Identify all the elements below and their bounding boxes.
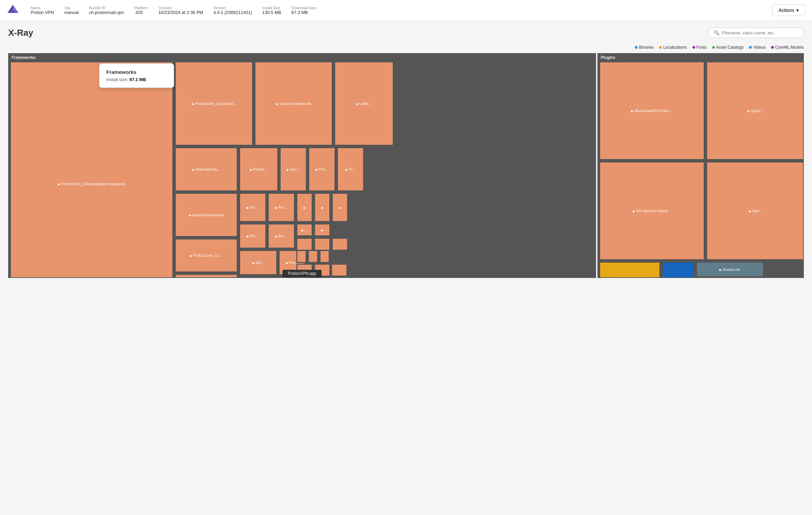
cell-proton1[interactable]: Proton... bbox=[239, 147, 278, 191]
header-downloadsize-value: 67.3 MB bbox=[292, 10, 316, 15]
cell-openssl[interactable]: openssl.framework bbox=[175, 193, 238, 237]
cell-m1-label: M... bbox=[672, 275, 684, 278]
cell-small4[interactable]: ... bbox=[296, 223, 313, 236]
app-logo bbox=[7, 3, 20, 17]
cell-assets-car-1-label: Assets.car bbox=[718, 266, 741, 274]
cell-quick[interactable]: Quick... bbox=[706, 61, 804, 160]
cell-sentry[interactable]: Sen... bbox=[280, 147, 307, 191]
cell-openssl-label: openssl.framework bbox=[188, 211, 225, 219]
cell-lottie-label: Lottie... bbox=[355, 100, 373, 108]
localizations-label: Localizations bbox=[663, 45, 687, 50]
cell-small3-label bbox=[338, 204, 343, 212]
header-bundleid-label: Bundle ID bbox=[89, 6, 124, 10]
cell-ope[interactable]: Ope... bbox=[706, 161, 804, 260]
cell-sd-label: SD... bbox=[251, 259, 265, 267]
cell-small2[interactable] bbox=[314, 193, 330, 222]
cell-small9[interactable] bbox=[296, 250, 307, 263]
cell-pro7[interactable]: Pro... bbox=[239, 277, 266, 278]
cell-sd[interactable]: SD... bbox=[239, 250, 277, 275]
cell-small1[interactable] bbox=[296, 193, 313, 222]
header-name-field: Name Proton VPN bbox=[31, 6, 54, 15]
localizations-dot bbox=[659, 46, 662, 49]
header-platform-value: iOS bbox=[134, 10, 148, 15]
cell-small10[interactable] bbox=[308, 250, 318, 263]
header-created-label: Created bbox=[158, 6, 203, 10]
cell-siri[interactable]: Siri Shortcut Handl... bbox=[599, 161, 705, 260]
cell-alamofire[interactable]: Alamofire.fra... bbox=[175, 147, 238, 191]
coreml-label: CoreML Models bbox=[775, 45, 804, 50]
header-tag-field: Tag manual bbox=[64, 6, 79, 15]
cell-onboarding-label: Onboarding_Onbo... bbox=[611, 275, 648, 278]
header-platform-label: Platform bbox=[134, 6, 148, 10]
cell-m1[interactable]: M... bbox=[662, 262, 694, 278]
header-created-value: 10/23/2024 at 2:36 PM bbox=[158, 10, 203, 15]
cell-vpncore[interactable]: vpncore.framework bbox=[254, 61, 333, 146]
header-version-value: 4.4.1 (2308211451) bbox=[213, 10, 252, 15]
cell-wireguard[interactable]: WireGuardiOS Exten... bbox=[599, 61, 705, 160]
page-content: X-Ray 🔍 Binaries Localizations Fonts Ass… bbox=[0, 21, 812, 281]
cell-pro2-label: Pro... bbox=[245, 204, 260, 212]
header-version-field: Version 4.4.1 (2308211451) bbox=[213, 6, 252, 15]
cell-sentry-label: Sen... bbox=[285, 166, 301, 173]
header-installsize-value: 130.5 MB bbox=[262, 10, 281, 15]
legend: Binaries Localizations Fonts Asset Catal… bbox=[8, 45, 804, 50]
cell-small6[interactable] bbox=[296, 238, 313, 251]
cell-quick-label: Quick... bbox=[746, 107, 765, 115]
legend-coreml[interactable]: CoreML Models bbox=[771, 45, 804, 50]
header-bundleid-value: ch.protonmail.vpn bbox=[89, 10, 124, 15]
cell-pro5-label: Pro... bbox=[274, 232, 289, 240]
cell-onboarding[interactable]: Onboarding_Onbo... bbox=[599, 262, 660, 278]
cell-pro1[interactable]: Pro... bbox=[308, 147, 335, 191]
cell-small7[interactable] bbox=[314, 238, 330, 251]
cell-tunnelkit[interactable]: TunnelKit.fra... bbox=[175, 274, 238, 278]
cell-pr1[interactable]: Pr... bbox=[337, 147, 364, 191]
cell-small12[interactable] bbox=[331, 264, 347, 277]
search-input[interactable] bbox=[722, 30, 799, 35]
search-row: 🔍 bbox=[708, 28, 804, 38]
cell-lottie[interactable]: Lottie... bbox=[334, 61, 394, 146]
cell-pro2[interactable]: Pro... bbox=[239, 193, 266, 222]
fonts-dot bbox=[692, 46, 695, 49]
header-downloadsize-field: Download Size 67.3 MB bbox=[292, 6, 316, 15]
header-created-field: Created 10/23/2024 at 2:36 PM bbox=[158, 6, 203, 15]
cell-small11[interactable] bbox=[319, 250, 330, 263]
header-tag-value: manual bbox=[64, 10, 79, 15]
cell-protoncoreco-label: ProtonCore_Co... bbox=[189, 252, 224, 260]
cell-pro4[interactable]: Pro... bbox=[239, 223, 266, 249]
search-box: 🔍 bbox=[708, 28, 804, 38]
legend-localizations[interactable]: Localizations bbox=[659, 45, 687, 50]
header-platform-field: Platform iOS bbox=[134, 6, 148, 15]
cell-small4-label: ... bbox=[300, 226, 309, 234]
legend-asset-catalogs[interactable]: Asset Catalogs bbox=[712, 45, 744, 50]
cell-cryptogol[interactable]: ProtonCore_CryptoGol... bbox=[175, 61, 253, 146]
cell-uifoundations[interactable]: ProtonCore_UIFoundations.framework bbox=[10, 61, 173, 278]
cell-proton1-label: Proton... bbox=[249, 166, 269, 173]
legend-fonts[interactable]: Fonts bbox=[692, 45, 707, 50]
legend-videos[interactable]: Videos bbox=[749, 45, 765, 50]
frameworks-tooltip: Frameworks Install size: 97.1 MB bbox=[99, 63, 174, 88]
app-header: Name Proton VPN Tag manual Bundle ID ch.… bbox=[0, 0, 812, 21]
cell-pr1-label: Pr... bbox=[344, 166, 357, 173]
coreml-dot bbox=[771, 46, 774, 49]
cell-small8[interactable] bbox=[332, 238, 348, 251]
cell-pro3[interactable]: Pro... bbox=[268, 193, 295, 222]
tooltip-title: Frameworks bbox=[106, 69, 167, 75]
actions-button[interactable]: Actions ▾ bbox=[772, 4, 805, 16]
cell-pro1-label: Pro... bbox=[314, 166, 329, 173]
legend-binaries[interactable]: Binaries bbox=[635, 45, 654, 50]
cell-protoncoreco[interactable]: ProtonCore_Co... bbox=[175, 238, 238, 272]
cell-siri-label: Siri Shortcut Handl... bbox=[631, 207, 672, 215]
binaries-dot bbox=[635, 46, 638, 49]
asset-catalogs-label: Asset Catalogs bbox=[716, 45, 744, 50]
header-tag-label: Tag bbox=[64, 6, 79, 10]
header-installsize-field: Install Size 130.5 MB bbox=[262, 6, 281, 15]
chevron-down-icon: ▾ bbox=[796, 7, 799, 13]
cell-assets-car-1[interactable]: Assets.car bbox=[696, 262, 764, 277]
asset-catalogs-dot bbox=[712, 46, 715, 49]
cell-pro5[interactable]: Pro... bbox=[268, 223, 295, 249]
cell-small5[interactable] bbox=[314, 223, 330, 236]
cell-small3[interactable] bbox=[332, 193, 348, 222]
tooltip-install-size: Install size: 97.1 MB bbox=[106, 77, 167, 82]
treemap-container: Frameworks Frameworks Install size: 97.1… bbox=[8, 53, 804, 278]
cell-alamofire-label: Alamofire.fra... bbox=[191, 166, 221, 173]
